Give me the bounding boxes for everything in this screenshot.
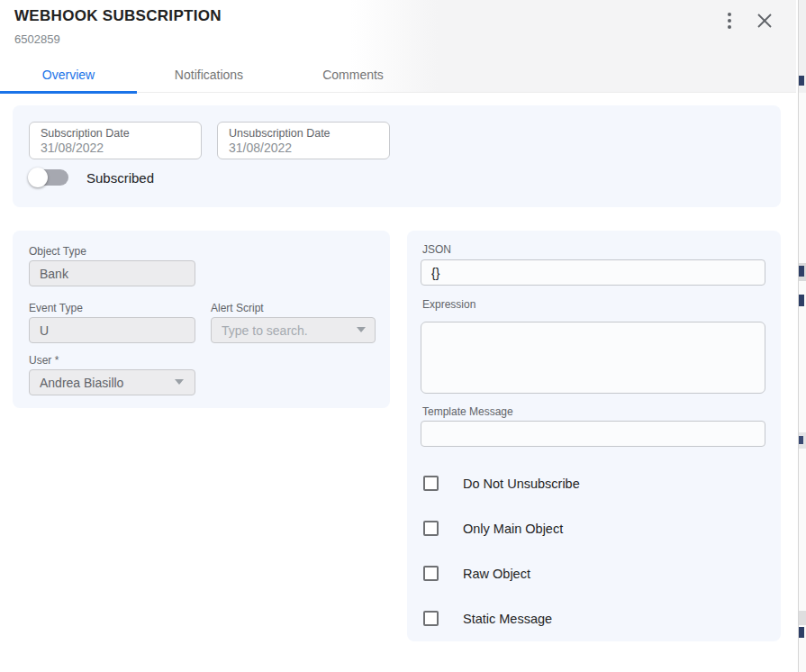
details-panel: Object Type Event Type Alert Script User…	[13, 231, 390, 408]
checkbox-icon	[423, 566, 439, 581]
object-type-label: Object Type	[29, 245, 86, 258]
toggle-knob-icon	[28, 168, 48, 187]
json-label: JSON	[422, 243, 451, 256]
checkbox-only-main-object[interactable]: Only Main Object	[423, 521, 563, 536]
object-type-input	[29, 260, 195, 286]
checkbox-label: Do Not Unsubscribe	[463, 477, 580, 491]
kebab-menu-icon[interactable]	[720, 9, 738, 32]
alert-script-label: Alert Script	[211, 302, 264, 314]
tab-notifications[interactable]: Notifications	[137, 56, 281, 93]
unsubscription-date-field[interactable]: Unsubscription Date 31/08/2022	[217, 122, 390, 159]
checkbox-label: Raw Object	[463, 567, 530, 581]
alert-script-select	[211, 317, 376, 343]
checkbox-icon	[423, 521, 439, 536]
event-type-input	[29, 317, 195, 343]
subscribed-toggle-label: Subscribed	[86, 170, 154, 186]
user-select	[29, 369, 195, 395]
tab-overview[interactable]: Overview	[0, 56, 137, 93]
json-input[interactable]	[421, 259, 765, 286]
tab-bar: Overview Notifications Comments	[0, 56, 425, 93]
checkbox-label: Static Message	[463, 612, 552, 626]
unsubscription-date-value: 31/08/2022	[229, 141, 378, 155]
subscription-panel: Subscription Date 31/08/2022 Unsubscript…	[13, 105, 781, 207]
unsubscription-date-label: Unsubscription Date	[229, 127, 378, 140]
subscription-date-value: 31/08/2022	[41, 141, 190, 155]
subscription-date-field[interactable]: Subscription Date 31/08/2022	[29, 122, 202, 159]
tab-overview-label: Overview	[42, 68, 95, 82]
checkbox-raw-object[interactable]: Raw Object	[423, 566, 530, 581]
background-page-strip	[798, 0, 806, 672]
event-type-label: Event Type	[29, 302, 83, 314]
checkbox-do-not-unsubscribe[interactable]: Do Not Unsubscribe	[423, 476, 580, 491]
template-message-input[interactable]	[421, 421, 765, 447]
template-message-label: Template Message	[422, 405, 513, 418]
tab-notifications-label: Notifications	[175, 68, 243, 82]
checkbox-static-message[interactable]: Static Message	[423, 611, 552, 626]
record-id: 6502859	[14, 32, 60, 46]
close-icon[interactable]	[755, 11, 774, 31]
user-label: User *	[29, 354, 59, 367]
expression-textarea[interactable]	[421, 322, 765, 394]
page-title: WEBHOOK SUBSCRIPTION	[14, 7, 222, 25]
subscription-date-label: Subscription Date	[41, 127, 190, 140]
subscribed-toggle[interactable]: Subscribed	[29, 169, 154, 186]
message-panel: JSON Expression Template Message Do Not …	[407, 231, 781, 641]
expression-label: Expression	[422, 298, 475, 311]
checkbox-icon	[423, 611, 439, 626]
dialog-header: WEBHOOK SUBSCRIPTION 6502859 Overview No…	[0, 0, 796, 93]
tab-comments[interactable]: Comments	[281, 56, 425, 93]
tab-comments-label: Comments	[322, 68, 384, 82]
toggle-track-icon	[29, 169, 68, 186]
checkbox-label: Only Main Object	[463, 522, 563, 536]
checkbox-icon	[423, 476, 439, 491]
